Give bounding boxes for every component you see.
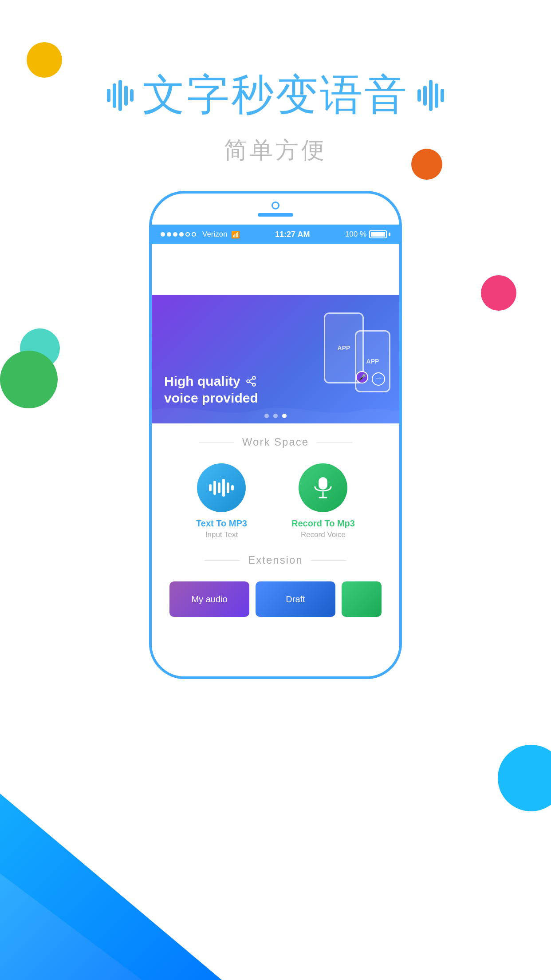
svg-point-1 [247, 380, 250, 383]
signal-dot-1 [161, 232, 165, 237]
svg-rect-9 [227, 482, 229, 493]
signal-dot-4 [179, 232, 184, 237]
svg-point-2 [252, 383, 256, 386]
carrier-name: Verizon [202, 230, 228, 239]
banner-pagination-dots [264, 414, 287, 418]
svg-rect-6 [213, 481, 216, 495]
phone-camera [272, 202, 279, 209]
workspace-title: Work Space [242, 436, 309, 448]
banner-phone-illustration: APP APP 🎤 〰 [315, 304, 390, 410]
my-audio-label: My audio [191, 594, 227, 605]
signal-dot-2 [167, 232, 171, 237]
illus-app-label-2: APP [366, 358, 379, 365]
signal-dot-6 [192, 232, 196, 237]
workspace-line-right [317, 442, 352, 443]
battery-tip [389, 233, 390, 236]
draft-label: Draft [286, 594, 305, 605]
phone-speaker [258, 213, 293, 217]
status-bar: Verizon 📶 11:27 AM 100 % [152, 225, 399, 244]
waveform-left-icon [107, 78, 134, 113]
battery-fill [371, 232, 385, 237]
svg-point-0 [252, 376, 256, 379]
circle-blue-bottom-decoration [498, 745, 551, 811]
banner-line2: voice provided [164, 391, 258, 406]
workspace-section: Work Space [152, 423, 399, 539]
svg-line-4 [249, 379, 252, 380]
svg-line-3 [249, 382, 252, 384]
banner-line1: High quality [164, 374, 258, 389]
extension-card-extra[interactable] [342, 581, 382, 617]
banner-dot-3-active [282, 414, 287, 418]
signal-dot-5 [185, 232, 190, 237]
record-to-mp3-label: Record To Mp3 [291, 518, 355, 529]
banner-dot-1 [264, 414, 269, 418]
circle-green-decoration [0, 351, 58, 408]
wifi-icon: 📶 [231, 230, 240, 239]
phone-outer-shell: Verizon 📶 11:27 AM 100 % [149, 191, 402, 679]
svg-rect-10 [231, 485, 234, 490]
text-to-mp3-label: Text To MP3 [196, 518, 247, 529]
waveform-right-icon [417, 78, 444, 113]
status-left: Verizon 📶 [161, 230, 240, 239]
mic-badge-icon: 🎤 [356, 371, 368, 383]
phone-mockup: Verizon 📶 11:27 AM 100 % [149, 191, 402, 679]
hero-section: 文字秒变语音 简单方便 [0, 67, 551, 166]
extension-title: Extension [248, 554, 303, 566]
battery-percent: 100 % [345, 230, 366, 239]
workspace-item-record-to-mp3[interactable]: Record To Mp3 Record Voice [291, 463, 355, 539]
illus-app-label-1: APP [338, 344, 350, 352]
share-icon [245, 375, 257, 387]
phone-top-bar [258, 202, 293, 217]
hero-title-row: 文字秒变语音 [0, 67, 551, 124]
record-to-mp3-icon-circle [299, 463, 347, 512]
extension-card-draft[interactable]: Draft [256, 581, 335, 617]
workspace-line-left [199, 442, 234, 443]
circle-pink-decoration [481, 275, 516, 311]
battery-indicator [369, 230, 390, 238]
workspace-icons: Text To MP3 Input Text [165, 463, 386, 539]
extension-header: Extension [165, 554, 386, 566]
svg-rect-11 [319, 477, 327, 490]
microphone-icon [313, 476, 333, 499]
battery-bar [369, 230, 387, 238]
signal-dot-3 [173, 232, 177, 237]
extension-card-my-audio[interactable]: My audio [169, 581, 249, 617]
record-to-mp3-sublabel: Record Voice [301, 530, 346, 539]
status-time: 11:27 AM [275, 230, 310, 239]
extension-section: Extension My audio Draft [152, 541, 399, 617]
extension-line-left [205, 560, 240, 561]
text-to-mp3-sublabel: Input Text [205, 530, 238, 539]
svg-rect-5 [209, 484, 212, 491]
hero-subtitle: 简单方便 [0, 135, 551, 166]
extension-line-right [311, 560, 346, 561]
app-banner: High quality voice provided APP [152, 295, 399, 423]
workspace-item-text-to-mp3[interactable]: Text To MP3 Input Text [196, 463, 247, 539]
wave-badge-icon: 〰 [372, 372, 385, 386]
svg-rect-7 [218, 482, 220, 493]
workspace-header: Work Space [165, 436, 386, 448]
svg-rect-8 [222, 479, 225, 497]
phone-content: High quality voice provided APP [152, 244, 399, 676]
banner-dot-2 [273, 414, 278, 418]
status-right: 100 % [345, 230, 390, 239]
extension-cards: My audio Draft [165, 581, 386, 617]
text-to-mp3-icon-circle [197, 463, 246, 512]
signal-dots [161, 232, 196, 237]
hero-main-title: 文字秒变语音 [142, 67, 409, 124]
banner-text-content: High quality voice provided [164, 374, 258, 406]
text-to-mp3-waveform-icon [209, 479, 234, 497]
